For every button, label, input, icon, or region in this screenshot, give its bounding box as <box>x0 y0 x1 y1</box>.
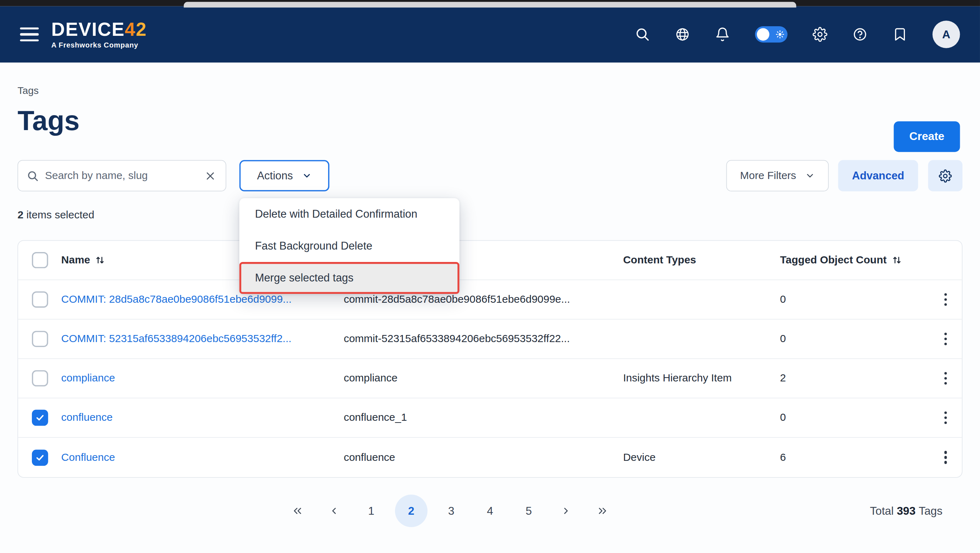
selection-text: items selected <box>23 209 94 221</box>
prev-page-button[interactable] <box>320 496 348 526</box>
help-icon[interactable] <box>853 27 867 42</box>
bell-icon[interactable] <box>715 27 730 42</box>
search-input[interactable] <box>45 169 197 182</box>
row-checkbox[interactable] <box>32 292 48 308</box>
total-label: Total <box>870 504 894 518</box>
tag-slug: confluence_1 <box>344 411 623 424</box>
next-page-button[interactable] <box>552 496 580 526</box>
sort-icon[interactable] <box>95 255 105 265</box>
select-all-checkbox[interactable] <box>32 252 48 268</box>
table-header-row: Name Content Types Tagged Object Count <box>18 241 962 280</box>
tag-object-count: 2 <box>780 372 928 385</box>
avatar[interactable]: A <box>932 21 960 48</box>
app-window: DEVICE42 A Freshworks Company <box>0 0 980 553</box>
actions-dropdown-menu: Delete with Detailed Confirmation Fast B… <box>240 198 460 294</box>
selection-count: 2 <box>18 209 23 221</box>
tag-name-link[interactable]: COMMIT: 52315af6533894206ebc56953532ff2.… <box>61 333 291 344</box>
menu-item-fast-background-delete[interactable]: Fast Background Delete <box>240 230 460 262</box>
tag-object-count: 6 <box>780 451 928 464</box>
logo[interactable]: DEVICE42 A Freshworks Company <box>51 20 147 49</box>
search-icon[interactable] <box>635 27 650 42</box>
tag-slug: commit-28d5a8c78ae0be9086f51ebe6d9099e..… <box>344 293 623 306</box>
tag-name-link[interactable]: Confluence <box>61 451 115 463</box>
chevron-left-icon <box>328 505 340 517</box>
kebab-icon[interactable] <box>936 329 956 349</box>
menu-item-delete-detailed[interactable]: Delete with Detailed Confirmation <box>240 198 460 230</box>
tags-table: Name Content Types Tagged Object Count C… <box>18 240 962 478</box>
page-button[interactable]: 1 <box>356 496 386 526</box>
last-page-button[interactable] <box>589 496 616 526</box>
advanced-button[interactable]: Advanced <box>838 160 918 191</box>
logo-text: DEVICE42 <box>51 20 147 39</box>
tag-content-types: Insights Hierarchy Item <box>623 372 780 385</box>
gear-icon[interactable] <box>812 27 827 42</box>
tag-name-link[interactable]: compliance <box>61 372 115 384</box>
menu-icon[interactable] <box>20 27 39 41</box>
logo-subtitle: A Freshworks Company <box>51 41 147 49</box>
top-navbar: DEVICE42 A Freshworks Company <box>0 6 980 63</box>
page-button[interactable]: 3 <box>436 496 466 526</box>
tag-slug: confluence <box>344 451 623 464</box>
tag-slug: commit-52315af6533894206ebc56953532ff22.… <box>344 333 623 345</box>
actions-dropdown-button[interactable]: Actions <box>240 160 329 191</box>
tag-slug: compliance <box>344 372 623 385</box>
double-chevron-right-icon <box>596 505 609 517</box>
page-title: Tags <box>18 106 962 135</box>
more-filters-button[interactable]: More Filters <box>726 160 829 191</box>
create-button[interactable]: Create <box>894 121 960 152</box>
clear-search-icon[interactable] <box>204 169 217 182</box>
tag-object-count: 0 <box>780 293 928 306</box>
menu-item-merge-selected-tags[interactable]: Merge selected tags <box>240 262 460 294</box>
table-row: COMMIT: 52315af6533894206ebc56953532ff2.… <box>18 319 962 359</box>
theme-toggle[interactable] <box>755 26 788 43</box>
selection-status: 2 items selected <box>18 209 962 221</box>
page-content: Tags Tags Create Actions More Filters Ad… <box>0 85 980 527</box>
kebab-icon[interactable] <box>936 447 956 467</box>
row-checkbox[interactable] <box>32 370 48 386</box>
chevron-right-icon <box>560 505 573 517</box>
tag-name-link[interactable]: COMMIT: 28d5a8c78ae0be9086f51ebe6d9099..… <box>61 293 291 305</box>
row-checkbox[interactable] <box>32 449 48 465</box>
row-checkbox[interactable] <box>32 331 48 347</box>
page-button[interactable]: 4 <box>475 496 505 526</box>
column-header-tagged-object-count: Tagged Object Count <box>780 254 886 266</box>
sun-icon <box>776 30 784 39</box>
actions-label: Actions <box>257 169 293 182</box>
total-value: 393 <box>897 504 916 518</box>
more-filters-label: More Filters <box>740 169 796 182</box>
gear-icon <box>939 169 952 182</box>
bookmark-icon[interactable] <box>892 27 907 42</box>
first-page-button[interactable] <box>284 496 312 526</box>
kebab-icon[interactable] <box>936 368 956 388</box>
search-icon <box>27 170 39 182</box>
table-row: confluence confluence_1 0 <box>18 398 962 438</box>
table-row: compliance compliance Insights Hierarchy… <box>18 359 962 398</box>
kebab-icon[interactable] <box>936 290 956 309</box>
double-chevron-left-icon <box>291 505 304 517</box>
toggle-knob <box>757 28 769 40</box>
table-row: COMMIT: 28d5a8c78ae0be9086f51ebe6d9099..… <box>18 280 962 319</box>
navbar-actions: A <box>635 21 960 48</box>
tag-name-link[interactable]: confluence <box>61 411 113 424</box>
globe-icon[interactable] <box>675 27 690 42</box>
kebab-icon[interactable] <box>936 408 956 427</box>
breadcrumb[interactable]: Tags <box>18 85 962 96</box>
total-count: Total 393 Tags <box>870 494 942 527</box>
tag-object-count: 0 <box>780 333 928 345</box>
column-header-content-types: Content Types <box>623 254 696 266</box>
table-settings-button[interactable] <box>928 160 963 191</box>
chevron-down-icon <box>302 171 312 181</box>
row-checkbox[interactable] <box>32 410 48 426</box>
page-button[interactable]: 2 <box>395 494 428 527</box>
table-row: Confluence confluence Device 6 <box>18 438 962 477</box>
sort-icon[interactable] <box>892 255 902 265</box>
browser-top-strip <box>0 0 980 6</box>
total-suffix: Tags <box>919 504 942 518</box>
tag-object-count: 0 <box>780 411 928 424</box>
column-header-name: Name <box>61 254 90 266</box>
search-box <box>18 160 226 191</box>
toolbar: Actions More Filters Advanced <box>18 160 962 191</box>
page-button[interactable]: 5 <box>514 496 544 526</box>
chevron-down-icon <box>805 171 815 181</box>
pagination: 1 2 3 4 5 Total 393 Tags <box>18 494 962 527</box>
